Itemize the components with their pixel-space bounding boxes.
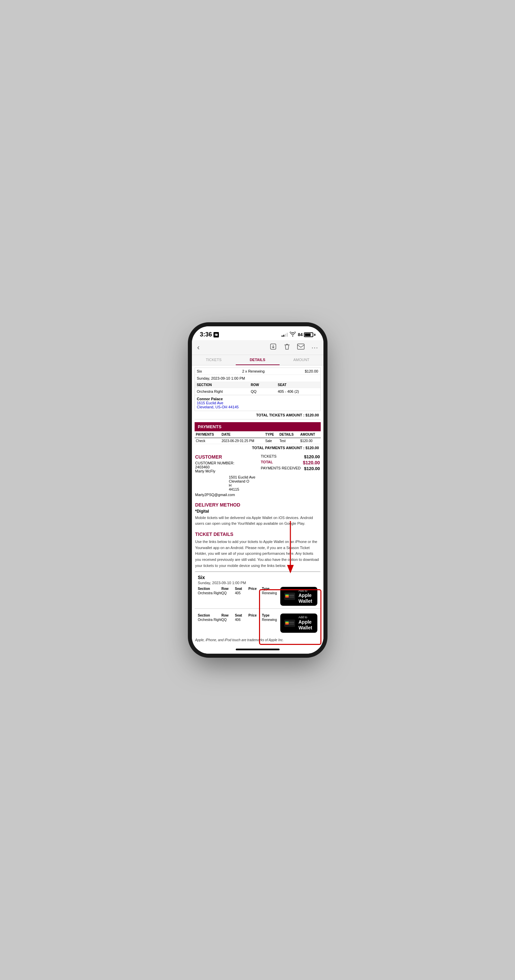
payments-received-label: PAYMENTS RECEIVED — [261, 466, 301, 471]
t2-section: Orchestra Right — [198, 618, 222, 622]
seat-section: Orchestra Right — [197, 390, 251, 393]
ticket-1-header-row: Section Row Seat Price Type — [198, 587, 277, 590]
total-label: TOTAL — [261, 460, 273, 465]
venue-block: Connor Palace 1615 Euclid Ave Cleveland,… — [195, 395, 321, 411]
customer-email: Marty2PSQ@gmail.com — [195, 493, 320, 497]
ticket-details-description: Use the links below to add your tickets … — [195, 539, 320, 569]
battery-fill — [305, 333, 311, 336]
wallet-2-text: Add to Apple Wallet — [298, 616, 313, 630]
tickets-total-line: TICKETS $120.00 — [261, 454, 320, 459]
svg-rect-10 — [289, 595, 294, 596]
status-time: 3:36 — [200, 331, 219, 338]
t1-section: Orchestra Right — [198, 591, 222, 595]
t2-type: Renewing — [262, 618, 277, 622]
tickets-label: TICKETS — [261, 454, 276, 459]
ticket-2-details-wallet: Section Row Seat Price Type Orchestra Ri… — [198, 614, 317, 632]
home-indicator — [192, 646, 323, 654]
seat-row: QQ — [251, 390, 278, 393]
payments-table-row: Check 2023-06-29 01:25 PM Sale Test $120… — [195, 438, 321, 444]
add-to-wallet-button-2[interactable]: Add to Apple Wallet — [280, 614, 317, 632]
wallet-1-name: Apple Wallet — [298, 593, 313, 604]
t1-section-header: Section — [198, 587, 222, 590]
payment-amount: $120.00 — [299, 438, 320, 444]
nav-actions: ⋯ — [269, 343, 318, 352]
delivery-section: DELIVERY METHOD *Digital Mobile tickets … — [192, 500, 323, 529]
tab-tickets[interactable]: TICKETS — [192, 355, 236, 365]
t1-seat: 405 — [235, 591, 249, 595]
order-date-row: Sunday, 2023-09-10 1:00 PM — [195, 375, 320, 382]
delete-icon[interactable] — [284, 343, 290, 352]
customer-address: 1501 Euclid Ave Cleveland O H 44115 — [195, 475, 320, 492]
wifi-icon — [290, 332, 296, 337]
delivery-method: *Digital — [195, 509, 320, 514]
tab-amount[interactable]: AMOUNT — [280, 355, 323, 365]
payment-method: Check — [195, 438, 220, 444]
id-icon — [214, 332, 219, 337]
home-bar — [236, 649, 280, 650]
customer-name: Marty McFly — [195, 469, 235, 473]
venue-address1[interactable]: 1615 Euclid Ave — [197, 401, 319, 405]
svg-rect-4 — [298, 344, 304, 349]
seat-header-row: SECTION ROW SEAT — [195, 382, 320, 388]
svg-rect-9 — [285, 596, 289, 598]
nav-bar: ‹ ⋯ — [192, 340, 323, 355]
payment-type: Sale — [264, 438, 278, 444]
t2-seat: 406 — [235, 618, 249, 622]
ticket-details-title: TICKET DETAILS — [195, 531, 320, 537]
status-bar: 3:36 84 — [192, 326, 323, 340]
t2-row: QQ — [222, 618, 235, 622]
address-zip: 44115 — [229, 487, 320, 492]
battery-percentage: 84 — [298, 332, 303, 337]
total-payments-amount: TOTAL PAYMENTS AMOUNT : $120.00 — [195, 444, 321, 452]
t1-row-header: Row — [222, 587, 235, 590]
address-state: H — [229, 483, 320, 487]
ticket-items-container: Six Sunday, 2023-09-10 1:00 PM Section R… — [195, 572, 321, 635]
col-section-header: SECTION — [197, 383, 251, 387]
add-to-wallet-button-1[interactable]: Add to Apple Wallet — [280, 587, 317, 606]
customer-info-right: TICKETS $120.00 TOTAL $120.00 PAYMENTS R… — [261, 454, 320, 473]
svg-rect-1 — [215, 334, 217, 335]
t2-type-header: Type — [262, 614, 276, 617]
order-date: Sunday, 2023-09-10 1:00 PM — [197, 376, 245, 380]
battery-tip — [314, 334, 315, 336]
wallet-1-add-label: Add to — [298, 589, 313, 593]
back-button[interactable]: ‹ — [197, 343, 200, 352]
t2-price — [249, 618, 262, 622]
ticket-1-event: Six — [198, 575, 317, 580]
tab-bar: TICKETS DETAILS AMOUNT — [192, 355, 323, 366]
address-city: Cleveland O — [229, 479, 320, 483]
seat-data-row: Orchestra Right QQ 405 - 406 (2) — [195, 388, 320, 395]
venue-address2[interactable]: Cleveland, US-OH 44145 — [197, 405, 319, 409]
battery-box — [304, 332, 313, 337]
col-amount: AMOUNT — [299, 431, 320, 438]
ticket-item-2: Section Row Seat Price Type Orchestra Ri… — [195, 608, 321, 635]
t1-price — [249, 591, 262, 595]
seat-number: 405 - 406 (2) — [278, 390, 319, 393]
payments-table: PAYMENTS DATE TYPE DETAILS AMOUNT Check … — [195, 431, 321, 444]
t1-row: QQ — [222, 591, 235, 595]
order-event-row: Six 2 x Renewing $120.00 — [195, 368, 320, 375]
ticket-1-details-wallet: Section Row Seat Price Type Orchestra Ri… — [198, 587, 317, 606]
ticket-2-seat-info: Section Row Seat Price Type Orchestra Ri… — [198, 614, 277, 624]
col-type: TYPE — [264, 431, 278, 438]
apple-disclaimer: Apple, iPhone, and iPod touch are tradem… — [192, 635, 323, 646]
order-price: $120.00 — [305, 369, 319, 373]
signal-bar-3 — [285, 334, 286, 337]
order-info-row: Six 2 x Renewing $120.00 Sunday, 2023-09… — [195, 368, 321, 395]
col-details: DETAILS — [278, 431, 299, 438]
download-icon[interactable] — [269, 343, 277, 352]
address-line1: 1501 Euclid Ave — [229, 475, 320, 479]
ticket-details-section: TICKET DETAILS Use the links below to ad… — [192, 529, 323, 571]
svg-rect-2 — [215, 335, 216, 336]
payment-details: Test — [278, 438, 299, 444]
col-row-header: ROW — [251, 383, 278, 387]
more-options-icon[interactable]: ⋯ — [311, 344, 318, 352]
email-icon[interactable] — [297, 344, 304, 351]
customer-section: CUSTOMER CUSTOMER NUMBER: 2403460 Marty … — [192, 452, 323, 500]
customer-number: 2403460 — [195, 465, 235, 469]
scroll-content[interactable]: Six 2 x Renewing $120.00 Sunday, 2023-09… — [192, 366, 323, 646]
svg-rect-18 — [289, 624, 294, 625]
signal-bar-2 — [283, 335, 284, 337]
tab-details[interactable]: DETAILS — [236, 355, 280, 365]
customer-info-left: CUSTOMER CUSTOMER NUMBER: 2403460 Marty … — [195, 454, 235, 473]
